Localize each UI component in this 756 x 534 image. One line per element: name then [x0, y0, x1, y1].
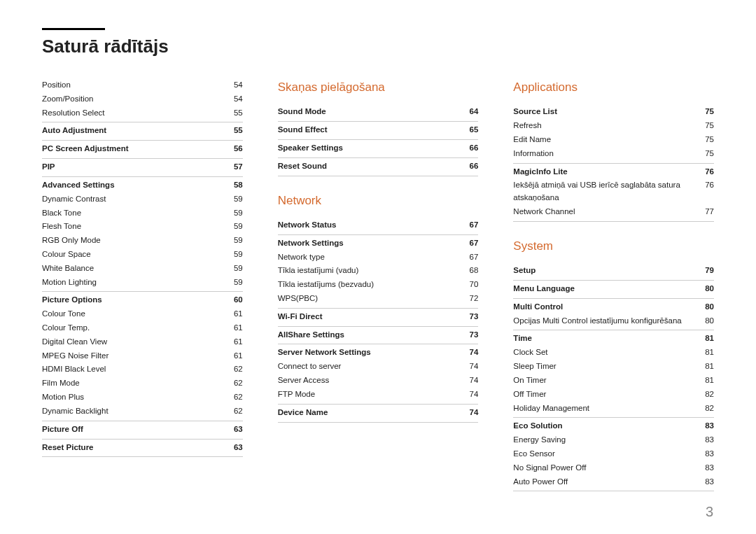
- toc-page: 65: [470, 124, 479, 136]
- toc-item-row: Auto Power Off83: [513, 475, 714, 489]
- toc-item-row: Server Access74: [278, 374, 479, 388]
- toc-page: 67: [470, 237, 479, 250]
- toc-page: 81: [705, 360, 714, 373]
- toc-label: Zoom/Position: [42, 93, 234, 106]
- toc-heading-row: Sound Effect65: [278, 123, 479, 137]
- toc-page: 60: [234, 294, 243, 307]
- toc-label: Holiday Management: [513, 402, 705, 415]
- toc-page: 58: [234, 179, 243, 192]
- toc-page: 67: [470, 251, 479, 264]
- toc-heading-row: AllShare Settings73: [278, 328, 479, 342]
- toc-label: Edit Name: [513, 134, 705, 146]
- toc-page: 62: [234, 377, 243, 390]
- toc-page: 59: [234, 207, 243, 220]
- toc-page: 74: [470, 360, 479, 373]
- toc-label: HDMI Black Level: [42, 363, 234, 376]
- toc-item-row: Energy Saving83: [513, 433, 714, 447]
- toc-heading-row: Reset Sound66: [278, 160, 479, 174]
- toc-item-row: Information75: [513, 147, 714, 161]
- toc-group: AllShare Settings73: [278, 326, 479, 344]
- toc-heading-row: Network Settings67: [278, 237, 479, 251]
- toc-item-row: Digital Clean View61: [42, 335, 243, 349]
- toc-item-row: Motion Lighting59: [42, 276, 243, 290]
- toc-page: 59: [234, 193, 243, 206]
- toc-page: 80: [705, 315, 714, 328]
- toc-page: 63: [234, 423, 243, 436]
- section-title: Applications: [513, 78, 714, 97]
- section-title: Network: [278, 192, 479, 210]
- toc-page: 80: [705, 301, 714, 314]
- toc-label: Dynamic Contrast: [42, 193, 234, 206]
- toc-page: 57: [234, 161, 243, 174]
- toc-heading-row: Network Status67: [278, 218, 479, 232]
- toc-label: Flesh Tone: [42, 220, 234, 233]
- toc-label: Refresh: [513, 120, 705, 132]
- toc-label: Sound Mode: [278, 106, 470, 118]
- toc-label: Device Name: [278, 407, 470, 419]
- toc-page: 81: [705, 346, 714, 359]
- toc-page: 59: [234, 234, 243, 247]
- toc-label: Network Settings: [278, 237, 470, 250]
- toc-page: 61: [234, 336, 243, 349]
- toc-page: 55: [234, 125, 243, 137]
- toc-page: 81: [705, 332, 714, 345]
- toc-page: 63: [234, 442, 243, 454]
- toc-label: On Timer: [513, 374, 705, 387]
- toc-page: 59: [234, 262, 243, 275]
- toc-item-row: Tīkla iestatījums (bezvadu)70: [278, 278, 479, 292]
- toc-item-row: White Balance59: [42, 262, 243, 276]
- toc-page: 66: [470, 160, 479, 173]
- toc-label: Tīkla iestatījums (bezvadu): [278, 279, 470, 291]
- toc-heading-row: PIP57: [42, 160, 243, 174]
- toc-label: Information: [513, 148, 705, 160]
- toc-page: 74: [470, 374, 479, 387]
- toc-group: Sound Mode64: [278, 104, 479, 121]
- toc-group: Reset Picture63: [42, 439, 243, 458]
- toc-item-row: Film Mode62: [42, 377, 243, 391]
- toc-item-row: Network Channel77: [513, 205, 714, 219]
- toc-page: 77: [705, 206, 714, 218]
- toc-label: AllShare Settings: [278, 329, 470, 342]
- toc-label: MagicInfo Lite: [513, 166, 705, 178]
- toc-label: Colour Space: [42, 248, 234, 261]
- toc-item-row: Edit Name75: [513, 133, 714, 147]
- toc-page: 83: [705, 420, 714, 433]
- toc-group: Device Name74: [278, 404, 479, 423]
- toc-page: 80: [705, 283, 714, 295]
- toc-group: Reset Sound66: [278, 157, 479, 176]
- toc-item-row: Refresh75: [513, 119, 714, 133]
- toc-page: 83: [705, 448, 714, 461]
- toc-label: Sleep Timer: [513, 360, 705, 373]
- toc-item-row: Position54: [42, 78, 243, 92]
- toc-page: 73: [470, 329, 479, 342]
- toc-page: 75: [705, 106, 714, 118]
- toc-page: 59: [234, 276, 243, 289]
- toc-heading-row: Auto Adjustment55: [42, 124, 243, 138]
- toc-item-row: Resolution Select55: [42, 106, 243, 120]
- toc-label: PC Screen Adjustment: [42, 143, 234, 155]
- toc-label: Film Mode: [42, 377, 234, 390]
- toc-item-row: Dynamic Contrast59: [42, 192, 243, 206]
- toc-group: MagicInfo Lite76Iekšējā atmiņā vai USB i…: [513, 163, 714, 222]
- toc-group: Speaker Settings66: [278, 139, 479, 157]
- toc-page: 79: [705, 265, 714, 277]
- toc-item-row: On Timer81: [513, 374, 714, 388]
- toc-heading-row: Server Network Settings74: [278, 346, 479, 360]
- toc-heading-row: MagicInfo Lite76: [513, 165, 714, 179]
- toc-heading-row: Multi Control80: [513, 300, 714, 314]
- toc-item-row: No Signal Power Off83: [513, 461, 714, 475]
- toc-group: Sound Effect65: [278, 121, 479, 139]
- toc-page: 81: [705, 374, 714, 387]
- toc-item-row: Colour Temp.61: [42, 321, 243, 335]
- toc-label: WPS(PBC): [278, 293, 470, 305]
- toc-label: Eco Solution: [513, 420, 705, 433]
- page-title: Saturā rādītājs: [42, 36, 714, 57]
- toc-label: Reset Picture: [42, 442, 234, 454]
- toc-label: Black Tone: [42, 207, 234, 220]
- toc-heading-row: Sound Mode64: [278, 105, 479, 119]
- toc-label: White Balance: [42, 262, 234, 275]
- toc-label: Setup: [513, 265, 705, 277]
- toc-label: Server Access: [278, 374, 470, 387]
- toc-heading-row: Setup79: [513, 264, 714, 278]
- section-title: System: [513, 237, 714, 255]
